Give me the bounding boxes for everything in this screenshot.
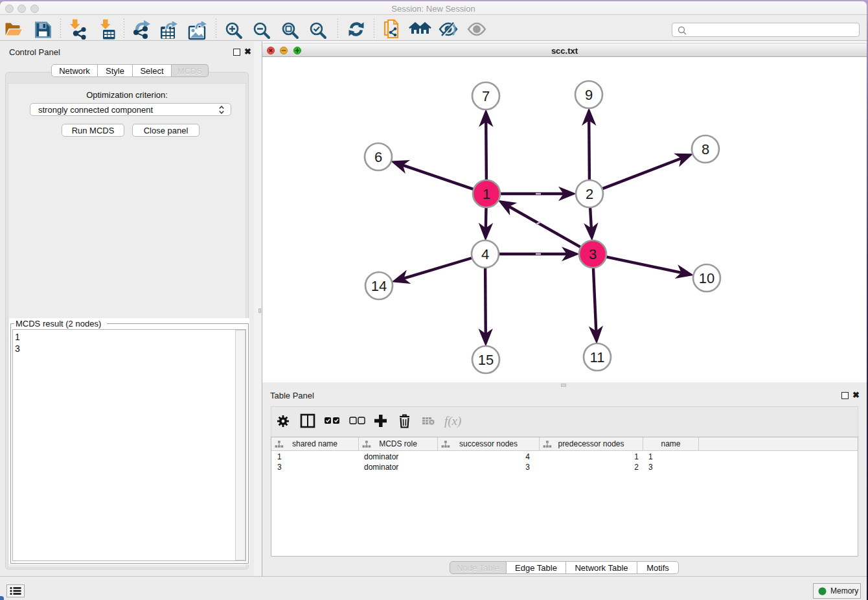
svg-text:15: 15 xyxy=(478,352,494,368)
svg-text:8: 8 xyxy=(702,141,709,157)
svg-text:7: 7 xyxy=(482,88,490,104)
svg-text:f(x): f(x) xyxy=(444,414,461,428)
svg-text:11: 11 xyxy=(590,349,605,365)
svg-text:3: 3 xyxy=(589,246,597,262)
svg-text:2: 2 xyxy=(586,186,593,202)
svg-text:9: 9 xyxy=(585,87,593,103)
svg-text:1: 1 xyxy=(483,186,490,202)
svg-text:6: 6 xyxy=(374,149,382,165)
svg-text:4: 4 xyxy=(481,246,489,262)
svg-text:14: 14 xyxy=(371,278,387,294)
svg-text:10: 10 xyxy=(699,270,714,286)
